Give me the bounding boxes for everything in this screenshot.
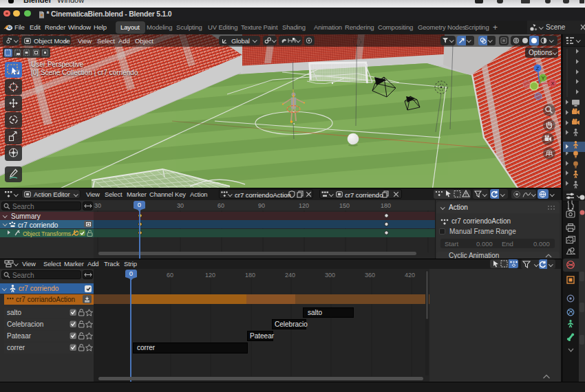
svg-text:Y: Y — [541, 75, 544, 81]
svg-text:Z: Z — [536, 65, 540, 72]
svg-text:X: X — [551, 80, 554, 87]
